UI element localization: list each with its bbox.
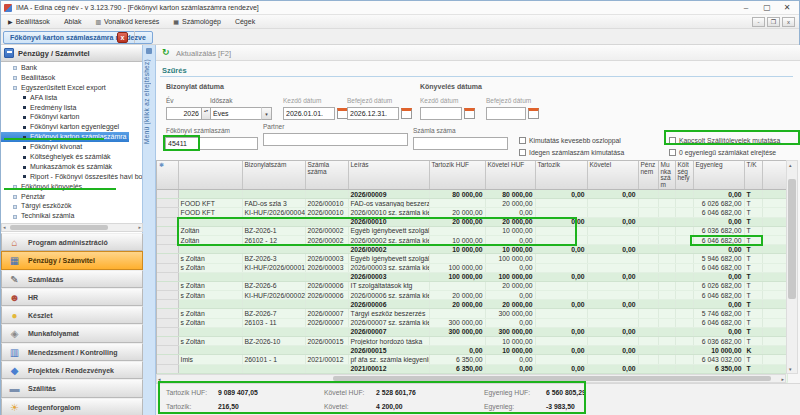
calendar-icon[interactable]: [528, 108, 539, 119]
sidebar-item-fokonyvi-konyveles[interactable]: Főkönyvi könyvelés: [1, 182, 142, 192]
mdi-close-icon[interactable]: x: [782, 17, 795, 27]
column-header-leiras[interactable]: Leírás: [348, 161, 429, 190]
menu-item-ablak[interactable]: Ablak: [57, 15, 89, 29]
calendar-icon[interactable]: [401, 108, 412, 119]
column-header-tartozik-huf[interactable]: Tartozik HUF: [429, 161, 485, 190]
module-button-keszlet[interactable]: ●Készlet: [1, 306, 143, 324]
ledger-row[interactable]: s ZoltánBZ-2026-62026/00006IT szolgáltat…: [157, 281, 787, 290]
menu-item-beallitasok[interactable]: ▶Beállítások: [1, 15, 57, 29]
checkbox-box[interactable]: [519, 137, 526, 144]
ledger-row[interactable]: s ZoltánBZ-2026-102026/00015Projektor ho…: [157, 337, 787, 346]
column-header-kovetel[interactable]: Követel: [587, 161, 638, 190]
group-total-row[interactable]: 2026/0001020 000,0020 000,000,000,000,00…: [157, 217, 787, 226]
column-header-indicator[interactable]: ✱: [157, 161, 178, 190]
column-header-partner[interactable]: [178, 161, 242, 190]
scrollbar-thumb[interactable]: [10, 225, 108, 230]
menu-item-szamologep[interactable]: ▦Számológép: [166, 15, 228, 29]
sidebar-item-fokonyvi-karton-egyenleggel[interactable]: Főkönyvi karton egyenleggel: [1, 122, 142, 132]
scroll-right-icon[interactable]: ▸: [138, 224, 141, 231]
scrollbar-thumb[interactable]: [333, 376, 771, 381]
group-total-row[interactable]: 2026/00003100 000,00100 000,000,000,000,…: [157, 272, 787, 281]
scroll-up-icon[interactable]: ▴: [789, 162, 792, 168]
fokonyvi-szamlaszam-input[interactable]: [165, 137, 258, 150]
grid-customize-icon[interactable]: ✱: [159, 162, 164, 168]
sidebar-item-eredmeny-lista[interactable]: Eredmény lista: [1, 103, 142, 113]
ledger-row[interactable]: s Zoltán26103 - 112026/000072026/00007 s…: [157, 318, 787, 327]
checkbox-box[interactable]: [519, 149, 526, 156]
menu-item-cegek[interactable]: Cégek: [228, 15, 262, 29]
module-button-menedzsment-kontrolling[interactable]: ▥Menedzsment / Kontrolling: [1, 343, 143, 361]
scroll-down-icon[interactable]: ▾: [789, 366, 792, 372]
minimize-icon[interactable]: –: [737, 2, 755, 14]
scroll-right-icon[interactable]: ▸: [781, 376, 784, 382]
kezdo-datum-input[interactable]: [283, 107, 335, 120]
ledger-row[interactable]: s ZoltánKI-HUF/2026/000012026/000032026/…: [157, 263, 787, 272]
group-total-row[interactable]: 2026/0000620 000,0020 000,000,000,000,00…: [157, 300, 787, 309]
close-icon[interactable]: ✕: [778, 2, 796, 14]
module-button-szamlazas[interactable]: ✎Számlázás: [1, 270, 143, 288]
vertical-scrollbar[interactable]: ▴ ▾: [786, 160, 798, 374]
sidebar-item-munkaszamok-es-szamlak[interactable]: Munkaszámok és számlák: [1, 162, 142, 172]
module-button-idegenforgalom[interactable]: ☀Idegenforgalom: [1, 398, 143, 415]
sidebar-item-afa-lista[interactable]: AFA lista: [1, 93, 142, 103]
group-total-row[interactable]: 2026/0000980 000,0080 000,000,000,000,00…: [157, 190, 787, 199]
sidebar-item-fokonyvi-karton-szamlaszamra-rendezve[interactable]: ↪Főkönyvi karton számlaszámra rendezve: [1, 132, 129, 142]
chevron-down-icon[interactable]: ▾: [261, 107, 272, 120]
checkbox-0-egyenlegu-szamlakat-elrejtese[interactable]: 0 egyenlegű számlákat elrejtése: [669, 149, 776, 156]
tab-fokonyvi-karton[interactable]: Főkönyvi karton számlaszámra rendezve: [3, 31, 153, 44]
befejezo-datum-input[interactable]: [347, 107, 399, 120]
partner-input[interactable]: [263, 133, 408, 146]
module-button-program-adminisztracio[interactable]: ⌂Program adminisztráció: [1, 233, 143, 251]
sidebar-item-fokonyvi-karton[interactable]: Főkönyvi karton: [1, 112, 142, 122]
group-total-row[interactable]: 2026/000150,0010 000,000,000,0010 000,00…: [157, 346, 787, 355]
column-header-koltseghely[interactable]: Költséghely: [675, 161, 693, 190]
calendar-icon[interactable]: [464, 108, 475, 119]
column-header-munkaszam[interactable]: Munkaszám: [658, 161, 675, 190]
column-header-egyenleg[interactable]: Egyenleg: [693, 161, 744, 190]
column-header-szamla-szama[interactable]: Számla száma: [305, 161, 348, 190]
ledger-row[interactable]: s ZoltánBZ-2026-32026/00003Egyéb igénybe…: [157, 254, 787, 263]
checkbox-idegen-szamlaszam-kimutatasa[interactable]: Idegen számlaszám kimutatása: [519, 149, 624, 156]
scroll-left-icon[interactable]: ◂: [158, 376, 161, 382]
ledger-row[interactable]: Imis260101 - 12021/00012pf áfa sz. száml…: [157, 355, 787, 364]
sidebar-item-beallitasok[interactable]: Beállítások: [1, 73, 142, 83]
ledger-row[interactable]: s ZoltánKI-HUF/2026/000022026/000062026/…: [157, 291, 787, 300]
ledger-row[interactable]: FOOD KFTFAD-os szla 32026/00010FAD-os va…: [157, 199, 787, 208]
checkbox-box[interactable]: [669, 149, 676, 156]
refresh-button[interactable]: Aktualizálás [F2]: [176, 49, 231, 58]
column-header-kovetel-huf[interactable]: Követel HUF: [485, 161, 535, 190]
mdi-minimize-icon[interactable]: -: [752, 17, 765, 27]
module-button-projektek-rendezvenyek[interactable]: ◆Projektek / Rendezvények: [1, 361, 143, 379]
ledger-row[interactable]: s ZoltánBZ-2026-72026/00007Tárgyi eszköz…: [157, 309, 787, 318]
sidebar-horizontal-scrollbar[interactable]: ◂ ▸: [1, 223, 143, 232]
tab-close-icon[interactable]: x: [117, 32, 128, 43]
szamla-szama-input[interactable]: [413, 137, 508, 150]
checkbox-box[interactable]: [669, 137, 676, 144]
column-header-tartozik[interactable]: Tartozik: [535, 161, 587, 190]
konyveles-kezdo-input[interactable]: [420, 107, 462, 120]
menu-item-vonalkod-kereses[interactable]: ▥Vonalkód keresés: [88, 15, 166, 29]
horizontal-scrollbar[interactable]: ◂ ▸: [156, 374, 786, 383]
column-header-bizonylatszam[interactable]: Bizonylatszám: [242, 161, 305, 190]
sidebar-item-koltseghelyek-es-szamlak[interactable]: Költséghelyek és számlák: [1, 152, 142, 162]
sidebar-item-bank[interactable]: Bank: [1, 63, 142, 73]
group-total-row[interactable]: 2021/000126 350,000,000,000,006 350,00T: [157, 364, 787, 373]
scroll-left-icon[interactable]: ◂: [3, 224, 6, 231]
sidebar-item-technikai-szamla[interactable]: Technikai számla: [1, 211, 142, 221]
menu-collapse-strip[interactable]: Menü (klikk az elrejtéshez): [143, 45, 156, 415]
sidebar-item-targyi-eszkozok[interactable]: Tárgyi eszközök: [1, 201, 142, 211]
sidebar-item-fokonyvi-kivonat[interactable]: Főkönyvi kivonat: [1, 142, 142, 152]
ledger-row[interactable]: ZoltánBZ-2026-12026/00002Egyéb igénybeve…: [157, 226, 787, 235]
konyveles-befejezo-input[interactable]: [486, 107, 526, 120]
module-button-szallitas[interactable]: ▬Szállítás: [1, 379, 143, 397]
column-header-t-k[interactable]: T/K: [744, 161, 762, 190]
sidebar-item-penztar[interactable]: Pénztár: [1, 192, 142, 202]
column-header-partner[interactable]: [762, 161, 787, 190]
ev-input[interactable]: [166, 107, 202, 120]
module-button-munkafolyamat[interactable]: ◈Munkafolyamat: [1, 324, 143, 342]
checkbox-kapcsolt-szallitolevelek-mutatasa[interactable]: Kapcsolt Szállítólevelek mutatása: [669, 137, 780, 144]
mdi-restore-icon[interactable]: ❐: [767, 17, 780, 27]
maximize-icon[interactable]: ▢: [758, 2, 776, 14]
ledger-row[interactable]: Zoltán26102 - 122026/000022026/00002 sz.…: [157, 235, 787, 244]
group-total-row[interactable]: 2026/00007300 000,00300 000,000,000,000,…: [157, 327, 787, 336]
